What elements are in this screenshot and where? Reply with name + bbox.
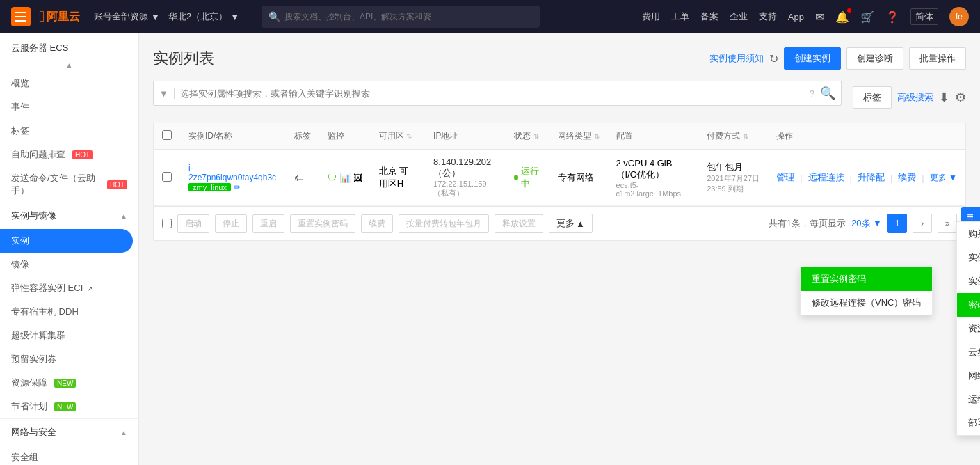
instance-id-link[interactable]: i-2ze7pn6iqwn0tay4qh3c	[188, 163, 278, 182]
col-zone[interactable]: 可用区 ⇅	[371, 123, 425, 150]
refresh-button[interactable]: ↻	[769, 52, 778, 65]
remote-connect-link[interactable]: 远程连接	[808, 171, 844, 184]
disk-image-item[interactable]: 云盘和镜像 NEW ›	[957, 340, 980, 364]
sidebar-item-instances[interactable]: 实例	[0, 229, 133, 253]
deploy-elastic-item[interactable]: 部署与弹性 NEW ›	[957, 411, 980, 435]
monitor-chart-icon[interactable]: 📊	[339, 173, 351, 183]
edit-name-icon[interactable]: ✏	[234, 182, 241, 192]
sidebar-item-overview[interactable]: 概览	[0, 72, 138, 95]
sidebar-item-cloud-assistant[interactable]: 发送命令/文件（云助手） HOT	[0, 166, 138, 203]
image-icon[interactable]: 🖼	[353, 173, 362, 183]
sidebar-item-supercompute[interactable]: 超级计算集群	[0, 324, 138, 347]
account-selector[interactable]: 账号全部资源 ▼ 华北2（北京） ▼	[94, 10, 239, 23]
nav-action-support[interactable]: 支持	[759, 10, 777, 23]
page-1-button[interactable]: 1	[887, 214, 907, 233]
nav-action-enterprise[interactable]: 企业	[730, 10, 748, 23]
page-last-button[interactable]: »	[938, 214, 957, 233]
download-button[interactable]: ⬇	[939, 90, 949, 105]
nav-action-icp[interactable]: 备案	[700, 10, 718, 23]
global-search-bar[interactable]: 🔍	[262, 6, 540, 28]
hamburger-menu[interactable]	[11, 7, 31, 26]
footer-select-checkbox[interactable]	[162, 219, 172, 228]
notice-link[interactable]: 实例使用须知	[709, 52, 764, 65]
modify-vnc-password-item[interactable]: 修改远程连接（VNC）密码	[801, 291, 932, 315]
mail-icon[interactable]: ✉	[815, 10, 824, 24]
tag-filter-button[interactable]: 标签	[853, 86, 892, 109]
sidebar-item-images[interactable]: 镜像	[0, 253, 138, 276]
create-instance-button[interactable]: 创建实例	[784, 47, 841, 70]
nav-actions: 费用 工单 备案 企业 支持 App ✉ 🔔 🛒 ❓ 简体 Ie	[642, 7, 969, 26]
search-input[interactable]	[180, 88, 804, 99]
row-more-button[interactable]: 更多 ▼	[930, 172, 957, 184]
cell-tags: 🏷	[286, 150, 319, 206]
password-key-item[interactable]: 密码/密钥 ›	[957, 293, 980, 317]
footer-more-dropdown[interactable]: 更多 ▲	[549, 214, 593, 233]
search-filter-dropdown[interactable]: ▼	[159, 88, 175, 99]
table-header-row: 实例ID/名称 标签 监控 可用区 ⇅ IP地址 状态 ⇅ 网络类型 ⇅ 配置 …	[154, 123, 965, 150]
sidebar-item-reserved[interactable]: 预留实例券	[0, 347, 138, 371]
sidebar-group-network-header[interactable]: 网络与安全 ▲	[0, 419, 138, 446]
sidebar-item-troubleshoot[interactable]: 自助问题排查 HOT	[0, 143, 138, 166]
reset-instance-password-item[interactable]: 重置实例密码	[801, 267, 932, 291]
col-actions: 操作	[768, 123, 965, 150]
external-link-icon: ↗	[87, 285, 93, 292]
sidebar-item-events[interactable]: 事件	[0, 95, 138, 119]
public-ip[interactable]: 8.140.129.202（公）	[433, 157, 497, 180]
row-checkbox[interactable]	[162, 172, 172, 182]
sidebar-group-instances-header[interactable]: 实例与镜像 ▲	[0, 203, 138, 229]
notification-icon[interactable]: 🔔	[835, 10, 849, 24]
hot-badge: HOT	[72, 150, 93, 159]
page-next-button[interactable]: ›	[913, 214, 932, 233]
sidebar-item-savings-plan[interactable]: 节省计划 NEW	[0, 395, 138, 418]
restart-button[interactable]: 重启	[252, 214, 284, 233]
page-size-selector[interactable]: 20条 ▼	[851, 217, 882, 230]
sidebar-item-tags[interactable]: 标签	[0, 119, 138, 143]
user-avatar[interactable]: Ie	[949, 7, 969, 26]
logo:  阿里云	[39, 8, 80, 26]
col-billing[interactable]: 付费方式 ⇅	[698, 123, 768, 150]
manage-link[interactable]: 管理	[776, 171, 794, 184]
instance-status-item[interactable]: 实例状态 ›	[957, 246, 980, 269]
buy-same-config-item[interactable]: 购买相同配置	[957, 222, 980, 246]
select-all-checkbox[interactable]	[162, 130, 172, 140]
col-network[interactable]: 网络类型 ⇅	[549, 123, 607, 150]
advanced-search-link[interactable]: 高级搜索	[897, 91, 933, 104]
total-count: 共有1条，每页显示	[769, 217, 846, 230]
renew-link[interactable]: 续费	[898, 171, 916, 184]
reset-password-button[interactable]: 重置实例密码	[290, 214, 355, 233]
tag-icon[interactable]: 🏷	[294, 172, 304, 183]
sidebar-item-resource-assurance[interactable]: 资源保障 NEW	[0, 371, 138, 395]
nav-action-ticket[interactable]: 工单	[671, 10, 689, 23]
search-submit-icon[interactable]: 🔍	[820, 86, 835, 101]
release-button[interactable]: 释放设置	[495, 214, 543, 233]
stop-button[interactable]: 停止	[215, 214, 247, 233]
sort-icon-3: ⇅	[594, 132, 600, 140]
start-button[interactable]: 启动	[177, 214, 209, 233]
shield-icon[interactable]: 🛡	[328, 173, 337, 183]
resize-link[interactable]: 升降配	[858, 171, 885, 184]
sidebar-item-security-group[interactable]: 安全组	[0, 446, 138, 465]
col-ip: IP地址	[425, 123, 506, 150]
create-diagnose-button[interactable]: 创建诊断	[846, 47, 903, 70]
help-icon[interactable]: ❓	[885, 10, 899, 24]
sidebar: 云服务器 ECS ▲ 概览 事件 标签 自助问题排查 HOT 发送命令/文件（云…	[0, 33, 139, 465]
network-security-item[interactable]: 网络和安全组 ›	[957, 364, 980, 388]
sidebar-item-eci[interactable]: 弹性容器实例 ECI ↗	[0, 276, 138, 300]
resource-change-item[interactable]: 资源变配 ›	[957, 317, 980, 340]
ops-diagnose-item[interactable]: 运维和诊断 NEW ›	[957, 388, 980, 411]
batch-operation-button[interactable]: 批量操作	[909, 47, 966, 70]
nav-action-fees[interactable]: 费用	[642, 10, 660, 23]
sidebar-item-ddh[interactable]: 专有宿主机 DDH	[0, 300, 138, 324]
column-settings-button[interactable]: ⚙	[955, 90, 966, 105]
main-layout: 云服务器 ECS ▲ 概览 事件 标签 自助问题排查 HOT 发送命令/文件（云…	[0, 33, 980, 465]
col-status[interactable]: 状态 ⇅	[506, 123, 549, 150]
global-search-input[interactable]	[284, 12, 533, 22]
sidebar-scroll-up[interactable]: ▲	[0, 58, 138, 72]
instance-settings-item[interactable]: 实例设置 ›	[957, 269, 980, 293]
nav-action-app[interactable]: App	[788, 12, 804, 22]
footer-renew-button[interactable]: 续费	[361, 214, 393, 233]
convert-billing-button[interactable]: 按量付费转包年包月	[399, 214, 489, 233]
search-help-icon[interactable]: ?	[810, 88, 814, 99]
cart-icon[interactable]: 🛒	[860, 10, 874, 24]
lang-btn[interactable]: 简体	[910, 8, 938, 25]
